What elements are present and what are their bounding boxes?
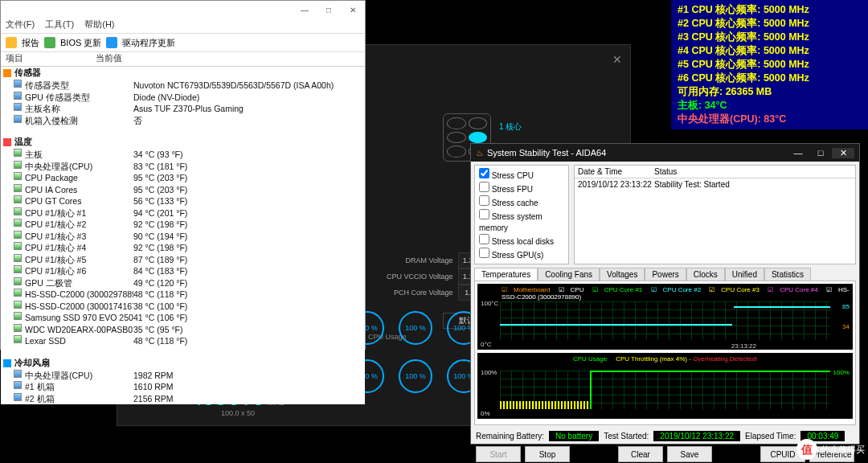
- sensor-row[interactable]: 机箱入侵检测否: [1, 115, 365, 127]
- stress-disk-check[interactable]: [479, 234, 489, 244]
- sensor-row[interactable]: CPU #1/核心 #390 °C (194 °F): [1, 231, 365, 243]
- stop-button[interactable]: Stop: [525, 446, 570, 462]
- cpu-usage-graph: CPU Usage | CPU Throttling (max 4%) - Ov…: [477, 353, 853, 419]
- sensor-row[interactable]: CPU #1/核心 #492 °C (198 °F): [1, 242, 365, 254]
- menu-file[interactable]: 文件(F): [6, 19, 35, 29]
- minimize-icon[interactable]: —: [787, 148, 809, 158]
- menu-help[interactable]: 帮助(H): [84, 19, 114, 29]
- sensor-row[interactable]: WDC WD20EARX-00PASB035 °C (95 °F): [1, 324, 365, 336]
- sensor-row[interactable]: CPU #1/核心 #684 °C (183 °F): [1, 265, 365, 277]
- stability-titlebar: ♨ System Stability Test - AIDA64 — □ ✕: [471, 144, 859, 162]
- sensor-row[interactable]: 主板名称Asus TUF Z370-Plus Gaming: [1, 103, 365, 115]
- report-icon[interactable]: [6, 37, 17, 48]
- stability-test-window: ♨ System Stability Test - AIDA64 — □ ✕ S…: [470, 143, 860, 445]
- sensor-titlebar: — □ ✕: [1, 1, 365, 18]
- report-button[interactable]: 报告: [22, 37, 39, 49]
- driver-update-icon[interactable]: [106, 37, 117, 48]
- watermark: 值什么值得买: [796, 439, 865, 460]
- sensor-row[interactable]: CPU IA Cores95 °C (203 °F): [1, 184, 365, 196]
- stress-cache-check[interactable]: [479, 195, 489, 206]
- sensor-row[interactable]: HS-SSD-C2000 (30002978890)48 °C (118 °F): [1, 289, 365, 301]
- sensor-window: — □ ✕ 文件(F) 工具(T) 帮助(H) 报告 BIOS 更新 驱动程序更…: [0, 0, 366, 350]
- sensor-row[interactable]: 中央处理器(CPU)83 °C (181 °F): [1, 161, 365, 173]
- usage-gauge: 100 %: [399, 311, 432, 345]
- driver-update-button[interactable]: 驱动程序更新: [122, 37, 175, 49]
- sensor-row[interactable]: CPU #1/核心 #292 °C (198 °F): [1, 219, 365, 231]
- sensor-row[interactable]: CPU #1/核心 #587 °C (189 °F): [1, 254, 365, 266]
- temperature-graph: ☑Motherboard ☑CPU ☑CPU Core #1 ☑CPU Core…: [477, 284, 853, 350]
- sensor-row[interactable]: 主板34 °C (93 °F): [1, 149, 365, 161]
- start-button[interactable]: Start: [476, 446, 521, 462]
- close-icon[interactable]: ✕: [832, 148, 854, 158]
- stress-cpu-check[interactable]: [479, 168, 489, 178]
- stress-fpu-check[interactable]: [479, 182, 489, 192]
- sensor-row[interactable]: #2 机箱2156 RPM: [1, 393, 365, 405]
- menubar[interactable]: 文件(F) 工具(T) 帮助(H): [1, 18, 365, 33]
- sensor-row[interactable]: 传感器类型Nuvoton NCT6793D/5539D/5563D/5567D …: [1, 80, 365, 92]
- tab-statistics[interactable]: Statistics: [764, 268, 811, 281]
- usage-gauge: 100 %: [399, 359, 432, 393]
- fire-icon: ♨: [476, 148, 484, 158]
- sensor-row[interactable]: HS-SSD-C2000 (30001741678)38 °C (100 °F): [1, 301, 365, 313]
- graph-tabs[interactable]: TemperaturesCooling FansVoltagesPowersCl…: [471, 268, 859, 281]
- cores-label: 1 核心: [499, 121, 522, 133]
- sensor-group: 传感器: [1, 67, 365, 80]
- sensor-row[interactable]: CPU #1/核心 #194 °C (201 °F): [1, 207, 365, 219]
- tab-cooling-fans[interactable]: Cooling Fans: [538, 268, 600, 281]
- sensor-row[interactable]: Samsung SSD 970 EVO 250GB41 °C (106 °F): [1, 312, 365, 324]
- close-icon[interactable]: ✕: [612, 53, 622, 66]
- sensor-row[interactable]: #1 机箱1610 RPM: [1, 381, 365, 393]
- sensor-columns: 项目当前值: [1, 52, 365, 67]
- tab-unified[interactable]: Unified: [725, 268, 764, 281]
- stress-mem-check[interactable]: [479, 209, 489, 219]
- minimize-icon[interactable]: —: [293, 6, 317, 14]
- sensor-row[interactable]: 中央处理器(CPU)1982 RPM: [1, 370, 365, 382]
- window-title: System Stability Test - AIDA64: [487, 148, 606, 158]
- sensor-row[interactable]: Lexar SSD48 °C (118 °F): [1, 335, 365, 347]
- tab-voltages[interactable]: Voltages: [600, 268, 645, 281]
- stress-gpu-check[interactable]: [479, 248, 489, 258]
- event-log: Date & TimeStatus 2019/10/12 23:13:22Sta…: [574, 165, 856, 264]
- menu-tools[interactable]: 工具(T): [45, 19, 74, 29]
- sensor-toolbar: 报告 BIOS 更新 驱动程序更新: [1, 33, 365, 52]
- tab-powers[interactable]: Powers: [645, 268, 686, 281]
- sensor-row[interactable]: CPU GT Cores56 °C (133 °F): [1, 195, 365, 207]
- sensor-group: 温度: [1, 136, 365, 149]
- test-started: 2019/10/12 23:13:22: [653, 431, 740, 441]
- bios-update-icon[interactable]: [44, 37, 55, 48]
- battery-status: No battery: [549, 431, 599, 441]
- series-legend: ☑Motherboard ☑CPU ☑CPU Core #1 ☑CPU Core…: [502, 286, 853, 301]
- sensor-row[interactable]: GPU 二极管49 °C (120 °F): [1, 277, 365, 289]
- maximize-icon[interactable]: □: [317, 6, 341, 14]
- osd-overlay: #1 CPU 核心频率: 5000 MHz#2 CPU 核心频率: 5000 M…: [671, 0, 868, 129]
- clear-button[interactable]: Clear: [618, 446, 663, 462]
- sensor-row[interactable]: GPU 传感器类型Diode (NV-Diode): [1, 92, 365, 104]
- tab-clocks[interactable]: Clocks: [686, 268, 725, 281]
- sensor-row[interactable]: CPU Package95 °C (203 °F): [1, 172, 365, 184]
- stress-options: Stress CPU Stress FPU Stress cache Stres…: [474, 165, 569, 264]
- tab-temperatures[interactable]: Temperatures: [474, 268, 538, 281]
- sensor-list[interactable]: 传感器传感器类型Nuvoton NCT6793D/5539D/5563D/556…: [1, 67, 365, 404]
- sensor-group: 冷却风扇: [1, 357, 365, 370]
- maximize-icon[interactable]: □: [809, 148, 832, 158]
- close-icon[interactable]: ✕: [341, 6, 365, 14]
- save-button[interactable]: Save: [667, 446, 712, 462]
- bios-update-button[interactable]: BIOS 更新: [60, 37, 101, 49]
